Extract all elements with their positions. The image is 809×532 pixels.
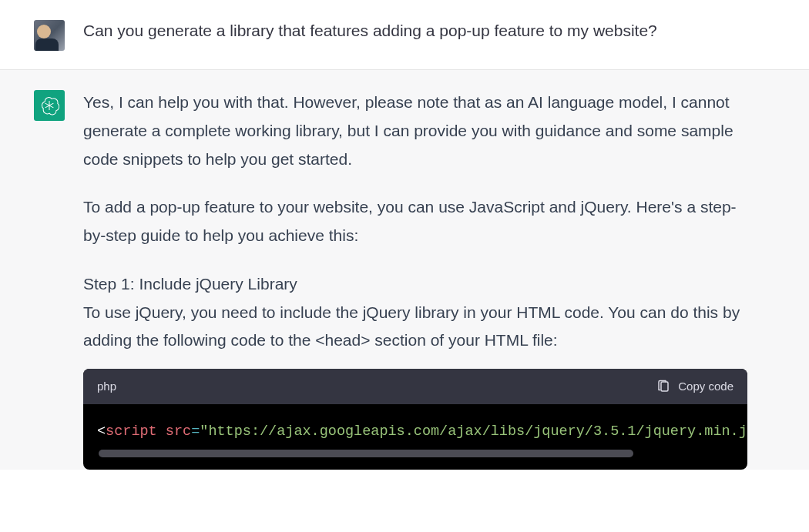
user-avatar-col [0,18,83,51]
code-token-attr: src [166,423,191,440]
assistant-p2: To add a pop-up feature to your website,… [83,193,747,250]
code-lang-label: php [97,376,116,396]
user-text: Can you generate a library that features… [83,18,747,43]
user-message: Can you generate a library that features… [0,0,809,70]
copy-code-button[interactable]: Copy code [656,376,733,396]
code-token-eq: = [191,423,200,440]
code-block: php Copy code <script src="https://ajax.… [83,369,747,470]
user-avatar [34,20,65,51]
code-body[interactable]: <script src="https://ajax.googleapis.com… [83,404,747,469]
code-token-lt: < [97,423,106,440]
horizontal-scrollbar[interactable] [99,450,633,457]
assistant-p1: Yes, I can help you with that. However, … [83,89,747,173]
user-content: Can you generate a library that features… [83,18,784,51]
code-line: <script src="https://ajax.googleapis.com… [97,420,733,444]
code-token-space [157,423,166,440]
code-token-tag: script [106,423,157,440]
assistant-avatar-col [0,89,83,470]
code-token-quote: " [200,423,208,440]
code-token-url: https://ajax.googleapis.com/ajax/libs/jq… [208,423,747,440]
assistant-avatar [34,90,65,121]
openai-icon [39,95,59,115]
svg-rect-0 [661,382,668,391]
assistant-p3: Step 1: Include jQuery Library To use jQ… [83,270,747,355]
code-header: php Copy code [83,369,747,404]
clipboard-icon [656,380,670,393]
assistant-message: Yes, I can help you with that. However, … [0,70,809,470]
assistant-content: Yes, I can help you with that. However, … [83,89,784,470]
copy-code-label: Copy code [678,376,733,396]
